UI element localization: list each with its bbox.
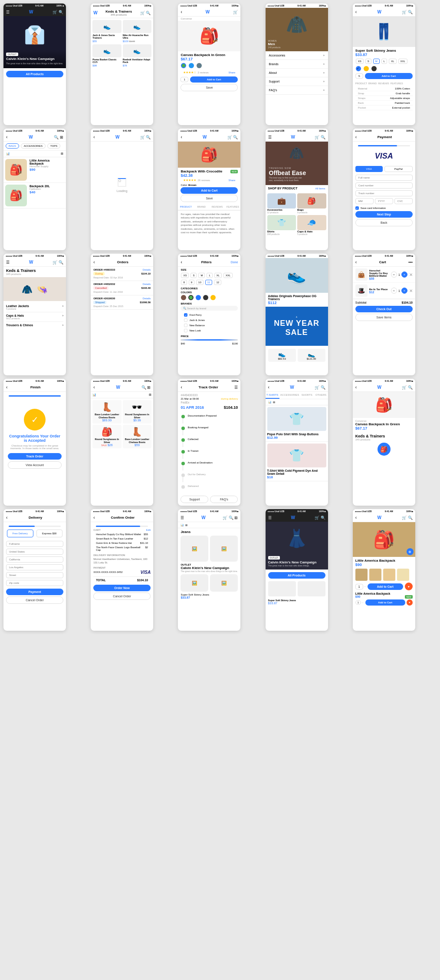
shoe-card-3: 🎒 Round Sunglasses In Silver SALE $26 [92,425,121,448]
size-s[interactable]: S [365,59,371,64]
color-dark-5[interactable] [371,66,377,71]
tab-features-8[interactable]: FEATURES [225,204,240,211]
fullname-input[interactable] [355,175,413,181]
support-button[interactable]: Support [181,496,208,503]
decrease-qty-1[interactable]: − [391,271,397,278]
menu-support[interactable]: Support› [266,77,328,86]
brand-jack-jones[interactable] [184,318,187,322]
tracknumber-input[interactable] [355,190,413,196]
tab-accessories[interactable]: ACCESSORIES [21,143,46,149]
back-button[interactable]: ‹ [181,10,182,14]
remove-item-2[interactable]: ✕ [409,288,413,293]
add-to-cart-button-8[interactable]: Add to Cart [181,187,238,194]
all-items-link[interactable]: All Items [315,187,325,190]
all-products-button-24[interactable]: All Products [268,572,325,579]
new-year-banner: ▲ NEW YEAR SALE [266,307,328,346]
size-m[interactable]: M [373,59,380,64]
menu-faqs[interactable]: FAQ's› [266,86,328,95]
product-name-8: Backpack With Crocodile [181,169,222,173]
status-bar-1: ●●●●● Usal UZB 9:41 AM 100% ■ [3,3,66,8]
color-blue[interactable] [189,63,194,68]
size-xs[interactable]: XS [356,59,364,64]
done-button[interactable]: Done [231,261,238,264]
express-delivery-button[interactable]: Express $30 [36,530,63,537]
tab-product-8[interactable]: PRODUCT [178,204,194,211]
screen-23: ●●●●● Usal UZB 9:41 AM 100%■ ☰ W 🛒 🔍 ⊞ 📊… [178,509,240,631]
tab-tops[interactable]: TOPS [47,143,60,149]
month-input[interactable] [355,198,374,204]
visa-button[interactable]: VISA [355,166,383,172]
trending-subtitle: The best way to find out if you can rest… [269,176,304,182]
view-account-button[interactable]: View Account [8,461,62,469]
product-description-8: For ages, nature has provided the medica… [178,211,240,236]
add-to-cart-small-button[interactable]: Add to Cart [365,599,405,606]
back-button-10[interactable]: Back [355,219,413,226]
cancel-order-button-22[interactable]: Cancel Order [93,593,151,600]
visa-logo: VISA [355,148,413,164]
year-input[interactable] [375,198,393,204]
increase-qty-1[interactable]: + [401,271,407,278]
save-card-checkbox[interactable]: ✓ [355,206,359,210]
all-products-button[interactable]: All Products [6,71,63,77]
add-to-cart-button-5[interactable]: Add to Cart [365,73,413,79]
screen-13: ●●●●● Usal UZB 9:41 AM 100%■ ‹ Filters D… [178,254,240,375]
add-to-cart-button[interactable]: Add to Cart [190,76,238,83]
tab-tshirts[interactable]: T-SHIRTS [266,392,279,399]
cvc-input[interactable] [394,198,413,204]
color-blue-5[interactable]: ✓ [356,66,361,71]
next-step-button[interactable]: Next Step [355,211,413,218]
product-name: Canvas Backpack In Green [181,53,238,57]
track-order-button[interactable]: Track Order [8,453,62,460]
add-to-cart-button-25[interactable]: Add to Cart [368,583,403,590]
tab-bags[interactable]: BAGS [6,143,19,149]
tab-shorts[interactable]: SHORTS [300,392,314,399]
cardnumber-input[interactable] [355,182,413,189]
faqs-button[interactable]: FAQ's [210,496,238,503]
size-xl[interactable]: XL [389,59,396,64]
free-delivery-button[interactable]: Free Delivery [7,530,33,537]
country-input[interactable] [6,549,63,555]
order-now-button[interactable]: Order Now [93,585,151,591]
back-button-5[interactable]: ‹ [355,10,357,14]
edit-cart-link[interactable]: Edit [146,529,151,531]
brand-new-balance[interactable] [184,324,187,327]
brand-fred-perry[interactable]: ✓ [184,313,187,317]
state-input[interactable] [6,556,63,563]
tab-others[interactable]: OTHERS [314,392,328,399]
screen-4: ●●●●● Usal UZB 9:41 AM 100%■ 🧥 Women Men… [266,3,328,125]
save-items-button[interactable]: Save Items [355,314,413,321]
size-l[interactable]: L [381,59,387,64]
fullname-delivery[interactable] [6,541,63,547]
screen-9: ●●●●● Usal UZB 9:41 AM 100%■ ☰ W 🛒 🔍 🧥 T… [266,129,328,250]
payment-button-21[interactable]: Payment [6,589,63,595]
shoe-card-1: 👢 Base London Leather Chelsea Boots $69.… [92,400,121,424]
increase-qty-2[interactable]: + [401,288,407,294]
color-yellow-5[interactable] [364,66,369,71]
color-green[interactable] [181,63,186,68]
zipcode-input[interactable] [6,580,63,586]
cancel-order-button-21[interactable]: Cancel Order [6,596,63,604]
tab-brand-8[interactable]: BRAND [194,204,209,211]
brand-new-look[interactable] [184,329,187,332]
outlet-badge: OUTLET [6,53,18,56]
color-grey[interactable] [197,63,202,68]
menu-accessories[interactable]: Accessories› [266,51,328,60]
tab-accessories-19[interactable]: ACCESSORIES [279,392,300,399]
feature-tab: PRODUCT [355,82,367,85]
save-button[interactable]: Save [181,84,238,91]
screen-18: ●●●●● Usal UZB 9:41 AM 100%■ ‹ Track Ord… [178,379,240,506]
product-name-5: Super Soft Skinny Jeans [355,49,413,53]
hero-subtitle: The great man is the man who does things… [6,62,63,65]
decrease-qty-2[interactable]: − [391,288,397,294]
menu-brands[interactable]: Brands› [266,60,328,69]
street-input[interactable] [6,572,63,578]
paypal-button[interactable]: PayPal [384,166,413,172]
remove-item-1[interactable]: ✕ [409,272,413,277]
menu-about[interactable]: About› [266,69,328,77]
save-button-8[interactable]: Save [181,195,238,202]
checkout-button[interactable]: Check Out [355,306,413,312]
city-input[interactable] [6,564,63,570]
size-xxl[interactable]: XXL [398,59,407,64]
tab-reviews-8[interactable]: REVIEWS [209,204,225,211]
screen-2: ●●●●● Usal UZB 9:41 AM 100%■ W Keds & Tr… [91,3,153,125]
